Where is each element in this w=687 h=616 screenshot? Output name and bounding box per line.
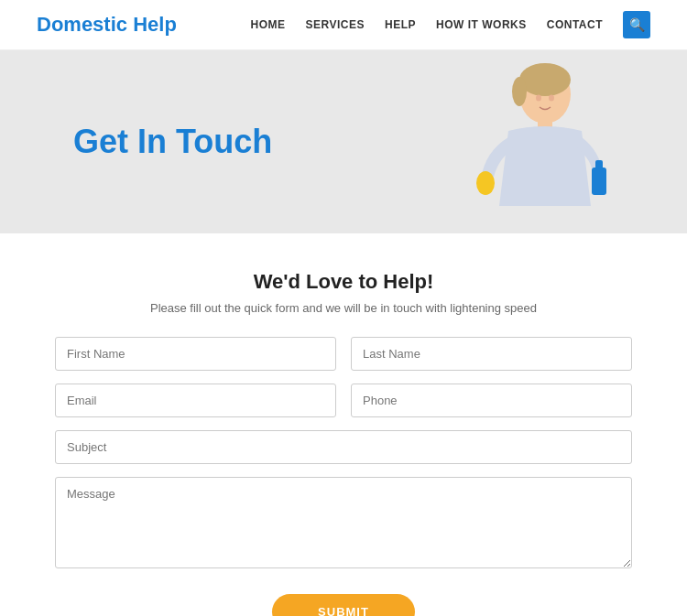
search-icon: 🔍 <box>629 17 645 32</box>
svg-rect-6 <box>595 160 603 171</box>
subject-group <box>55 430 632 464</box>
nav-help[interactable]: HELP <box>385 18 416 31</box>
nav: HOME SERVICES HELP HOW IT WORKS CONTACT … <box>251 11 650 38</box>
nav-how-it-works[interactable]: HOW IT WORKS <box>436 18 527 31</box>
message-group <box>55 477 632 572</box>
svg-point-1 <box>519 63 571 96</box>
email-input[interactable] <box>55 384 336 417</box>
contact-subtitle: Please fill out the quick form and we wi… <box>55 301 632 315</box>
nav-contact[interactable]: CONTACT <box>547 18 603 31</box>
hero-image <box>412 59 632 233</box>
hero-heading: Get In Touch <box>73 123 272 161</box>
phone-group <box>351 384 632 417</box>
email-group <box>55 384 336 417</box>
submit-row: SUBMIT <box>55 594 632 616</box>
contact-section: We'd Love to Help! Please fill out the q… <box>0 233 687 616</box>
search-button[interactable]: 🔍 <box>623 11 650 38</box>
svg-point-7 <box>536 95 541 102</box>
last-name-input[interactable] <box>351 337 632 371</box>
contact-form: SUBMIT <box>55 337 632 616</box>
message-input[interactable] <box>55 477 632 568</box>
svg-rect-5 <box>592 168 606 195</box>
header: Domestic Help HOME SERVICES HELP HOW IT … <box>0 0 687 50</box>
message-row <box>55 477 632 572</box>
subject-input[interactable] <box>55 430 632 464</box>
contact-heading: We'd Love to Help! Please fill out the q… <box>55 270 632 315</box>
submit-button[interactable]: SUBMIT <box>272 594 415 616</box>
nav-home[interactable]: HOME <box>251 18 286 31</box>
phone-input[interactable] <box>351 384 632 417</box>
first-name-group <box>55 337 336 371</box>
first-name-input[interactable] <box>55 337 336 371</box>
hero-banner: Get In Touch <box>0 50 687 233</box>
subject-row <box>55 430 632 464</box>
last-name-group <box>351 337 632 371</box>
logo: Domestic Help <box>37 13 177 37</box>
contact-row <box>55 384 632 417</box>
hero-text: Get In Touch <box>0 123 272 161</box>
svg-point-8 <box>549 95 554 102</box>
svg-point-4 <box>476 171 495 195</box>
contact-title: We'd Love to Help! <box>55 270 632 294</box>
svg-point-2 <box>512 77 527 106</box>
nav-services[interactable]: SERVICES <box>306 18 365 31</box>
name-row <box>55 337 632 371</box>
